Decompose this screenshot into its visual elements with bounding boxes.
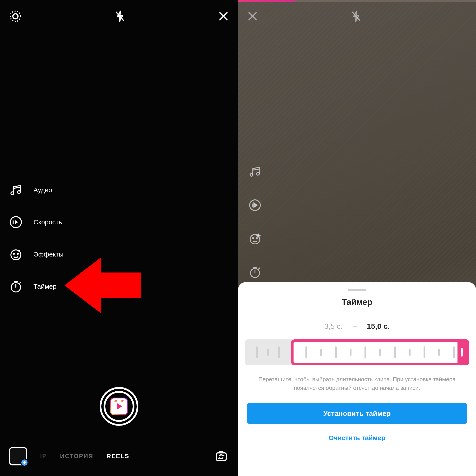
set-timer-button[interactable]: Установить таймер (247, 403, 467, 424)
reels-side-tools: Аудио Скорость Эффекты (9, 183, 64, 293)
close-icon[interactable] (247, 11, 258, 22)
timer-from-value: 3,5 с. (324, 322, 342, 331)
effects-icon[interactable] (249, 232, 262, 246)
flash-off-icon[interactable] (350, 10, 362, 22)
timer-label: Таймер (34, 283, 56, 290)
timer-icon[interactable] (249, 266, 262, 279)
audio-tool[interactable]: Аудио (9, 183, 64, 197)
timer-bottom-sheet: Таймер 3,5 с. → 15,0 с. Перетащите, чтоб… (238, 282, 476, 476)
timer-range-display: 3,5 с. → 15,0 с. (324, 322, 390, 331)
audio-label: Аудио (34, 186, 52, 194)
gallery-thumbnail[interactable]: + (9, 447, 27, 465)
speed-label: Скорость (34, 218, 62, 226)
camera-modes: IP ИСТОРИЯ REELS (40, 453, 213, 460)
svg-line-23 (253, 169, 259, 170)
close-icon[interactable] (218, 11, 229, 22)
svg-point-12 (17, 253, 18, 254)
effects-tool[interactable]: Эффекты (9, 247, 64, 261)
speed-icon (9, 215, 23, 229)
left-screenshot-pane: Аудио Скорость Эффекты (0, 0, 238, 476)
annotation-arrow (62, 250, 143, 322)
reels-logo-icon (110, 398, 128, 415)
speed-tool[interactable]: Скорость (9, 215, 64, 229)
svg-point-27 (253, 238, 254, 239)
top-bar (238, 0, 476, 22)
clear-timer-button[interactable]: Очистить таймер (329, 434, 385, 442)
bottom-bar: + IP ИСТОРИЯ REELS (0, 447, 238, 465)
arrow-right-icon: → (352, 323, 358, 330)
reels-shutter-button[interactable] (100, 387, 138, 426)
svg-line-16 (20, 282, 21, 283)
sheet-title: Таймер (341, 298, 372, 307)
svg-point-28 (256, 238, 257, 239)
sheet-drag-handle[interactable] (348, 289, 366, 291)
svg-point-1 (10, 11, 21, 22)
switch-camera-icon[interactable] (213, 448, 229, 464)
mode-clip[interactable]: IP (40, 453, 47, 460)
reels-side-tools-collapsed (249, 165, 262, 279)
effects-icon (9, 247, 23, 261)
svg-point-22 (256, 172, 259, 175)
speed-icon[interactable] (249, 199, 262, 212)
shutter-inner (103, 391, 135, 422)
timer-tool[interactable]: Таймер (9, 279, 64, 293)
svg-point-0 (13, 14, 18, 19)
svg-point-11 (14, 253, 15, 254)
top-bar (0, 0, 238, 22)
effects-label: Эффекты (34, 251, 64, 258)
svg-rect-17 (216, 453, 226, 460)
mode-reels[interactable]: REELS (106, 453, 129, 460)
settings-icon[interactable] (9, 10, 22, 22)
mode-story[interactable]: ИСТОРИЯ (60, 453, 93, 460)
timer-duration-slider[interactable] (245, 339, 469, 365)
music-icon[interactable] (249, 165, 262, 179)
timer-icon (9, 279, 23, 293)
svg-line-32 (259, 268, 260, 269)
flash-off-icon[interactable] (114, 10, 126, 22)
timer-to-value: 15,0 с. (367, 322, 390, 331)
svg-point-6 (18, 191, 20, 194)
music-icon (9, 183, 23, 197)
slider-handle[interactable] (458, 339, 469, 365)
plus-icon: + (20, 459, 28, 467)
svg-point-5 (11, 192, 14, 195)
divider (238, 313, 476, 313)
svg-line-7 (14, 187, 20, 188)
svg-point-21 (250, 173, 253, 176)
timer-hint-text: Перетащите, чтобы выбрать длительность к… (238, 375, 476, 392)
right-screenshot-pane: Таймер 3,5 с. → 15,0 с. Перетащите, чтоб… (238, 0, 476, 476)
